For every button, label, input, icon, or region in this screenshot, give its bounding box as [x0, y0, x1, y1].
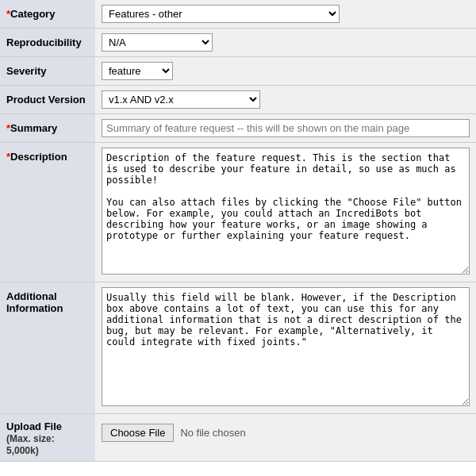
summary-input-cell: [95, 114, 476, 143]
reproducibility-label: Reproducibility: [0, 29, 95, 57]
severity-select[interactable]: feature: [102, 62, 173, 80]
reproducibility-row: Reproducibility N/A: [0, 29, 476, 57]
severity-label-text: Severity: [6, 65, 47, 77]
description-label: *Description: [0, 143, 95, 282]
summary-label: *Summary: [0, 114, 95, 143]
category-input-cell: Features - other: [95, 0, 476, 29]
reproducibility-label-text: Reproducibility: [6, 36, 82, 48]
summary-label-text: Summary: [10, 122, 57, 134]
severity-input-cell: feature: [95, 57, 476, 86]
no-file-label: No file chosen: [180, 427, 245, 439]
product-version-input-cell: v1.x AND v2.x: [95, 86, 476, 114]
upload-file-label-text: Upload File: [6, 420, 62, 432]
additional-info-row: Additional Information: [0, 282, 476, 414]
category-label-text: Category: [10, 8, 55, 20]
severity-label: Severity: [0, 57, 95, 86]
product-version-row: Product Version v1.x AND v2.x: [0, 86, 476, 114]
reproducibility-select[interactable]: N/A: [102, 33, 213, 52]
upload-file-label: Upload File (Max. size: 5,000k): [0, 414, 95, 462]
category-row: *Category Features - other: [0, 0, 476, 29]
additional-info-label: Additional Information: [0, 282, 95, 414]
description-input-cell: [95, 143, 476, 282]
product-version-label: Product Version: [0, 86, 95, 114]
upload-file-sublabel: (Max. size: 5,000k): [6, 433, 55, 456]
description-label-text: Description: [10, 151, 67, 163]
description-row: *Description: [0, 143, 476, 282]
file-input-area: Choose File No file chosen: [102, 419, 470, 447]
summary-row: *Summary: [0, 114, 476, 143]
product-version-select[interactable]: v1.x AND v2.x: [102, 90, 260, 109]
additional-info-textarea[interactable]: [102, 287, 470, 406]
choose-file-button[interactable]: Choose File: [102, 424, 174, 442]
product-version-label-text: Product Version: [6, 94, 86, 106]
category-select[interactable]: Features - other: [102, 5, 340, 23]
additional-info-input-cell: [95, 282, 476, 414]
description-textarea[interactable]: [102, 148, 470, 274]
upload-file-row: Upload File (Max. size: 5,000k) Choose F…: [0, 414, 476, 462]
reproducibility-input-cell: N/A: [95, 29, 476, 57]
category-label: *Category: [0, 0, 95, 29]
upload-file-input-cell: Choose File No file chosen: [95, 414, 476, 462]
severity-row: Severity feature: [0, 57, 476, 86]
additional-info-label-text: Additional Information: [6, 290, 63, 314]
summary-input[interactable]: [102, 119, 470, 137]
